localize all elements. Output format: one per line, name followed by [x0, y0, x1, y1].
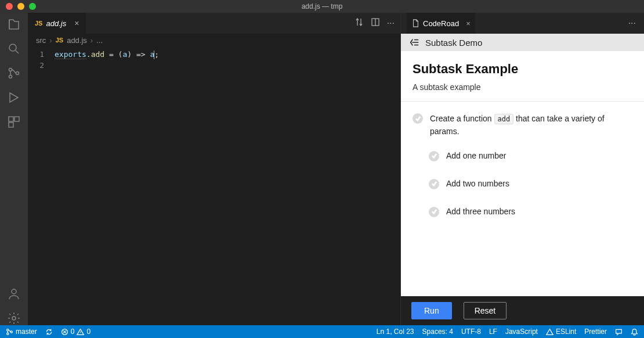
breadcrumb-folder[interactable]: src [36, 36, 46, 45]
subtask-item: Add three numbers [429, 206, 632, 217]
inline-code: add [494, 114, 514, 124]
settings-gear-icon[interactable] [7, 311, 21, 325]
subtask-label: Add three numbers [446, 207, 515, 216]
line-number-gutter: 1 2 [28, 49, 55, 325]
subtask-status-icon [429, 207, 439, 217]
svg-point-8 [12, 317, 16, 320]
code-line[interactable] [55, 60, 400, 71]
list-back-icon[interactable] [409, 37, 419, 48]
svg-point-1 [9, 69, 12, 71]
subtask-status-icon [429, 179, 439, 189]
panel-tab-title: CodeRoad [423, 19, 459, 28]
svg-point-10 [7, 329, 9, 330]
svg-point-0 [9, 44, 16, 51]
lesson-description: A subtask example [413, 82, 632, 92]
line-number: 1 [28, 49, 44, 60]
titlebar: add.js — tmp [0, 0, 644, 13]
status-bar: master 0 0 Ln 1, Col 23 Spaces: 4 UTF-8 … [0, 325, 644, 338]
split-editor-icon[interactable] [371, 17, 380, 29]
breadcrumbs[interactable]: src › JS add.js › ... [28, 34, 400, 46]
chevron-right-icon: › [91, 36, 93, 45]
svg-point-12 [10, 330, 12, 332]
editor-more-icon[interactable]: ··· [387, 18, 395, 28]
coderoad-header: Subtask Demo [401, 34, 644, 51]
js-file-icon: JS [56, 37, 63, 44]
indentation-status[interactable]: Spaces: 4 [422, 328, 453, 336]
tab-add-js[interactable]: JS add.js × [28, 13, 86, 34]
eol-status[interactable]: LF [489, 328, 497, 336]
svg-point-2 [9, 75, 12, 78]
code-editor[interactable]: 1 2 exports.add = (a) => a; [28, 46, 400, 325]
panel-tabs: CodeRoad × ··· [401, 13, 644, 34]
sync-icon[interactable] [45, 328, 53, 336]
svg-rect-4 [9, 117, 13, 121]
explorer-icon[interactable] [7, 17, 21, 31]
task-status-icon [413, 113, 423, 124]
breadcrumb-symbol[interactable]: ... [96, 36, 103, 45]
subtask-status-icon [429, 151, 439, 161]
task-item: Create a function add that can take a va… [413, 112, 632, 138]
activity-bar [0, 13, 28, 325]
breadcrumb-file[interactable]: add.js [67, 36, 87, 45]
coderoad-footer: Run Reset [401, 296, 644, 325]
tab-close-icon[interactable]: × [74, 19, 79, 28]
feedback-icon[interactable] [615, 328, 623, 336]
extensions-icon[interactable] [7, 115, 21, 129]
tab-coderoad[interactable]: CodeRoad × [407, 13, 475, 34]
encoding-status[interactable]: UTF-8 [461, 328, 481, 336]
chevron-right-icon: › [49, 36, 52, 45]
run-debug-icon[interactable] [7, 91, 21, 105]
search-icon[interactable] [7, 42, 21, 56]
coderoad-panel: CodeRoad × ··· Subtask Demo Subtask Exam… [400, 13, 644, 325]
problems-status[interactable]: 0 0 [61, 328, 91, 336]
svg-point-7 [12, 289, 16, 294]
svg-point-11 [7, 333, 9, 335]
editor-group: JS add.js × ··· src › JS add.js › ... [28, 13, 400, 325]
js-file-icon: JS [35, 20, 42, 27]
editor-tabs: JS add.js × ··· [28, 13, 400, 34]
window-title: add.js — tmp [0, 2, 644, 10]
reset-button[interactable]: Reset [464, 302, 507, 319]
svg-point-3 [16, 72, 19, 75]
source-control-icon[interactable] [7, 66, 21, 80]
compare-changes-icon[interactable] [354, 17, 364, 29]
notifications-icon[interactable] [631, 328, 638, 336]
document-icon [411, 19, 419, 27]
coderoad-header-title: Subtask Demo [425, 38, 482, 48]
svg-rect-6 [9, 123, 13, 127]
svg-rect-5 [15, 117, 19, 121]
account-icon[interactable] [7, 287, 21, 301]
code-line[interactable]: exports.add = (a) => a; [55, 49, 400, 60]
eslint-status[interactable]: ESLint [546, 328, 576, 336]
subtask-label: Add one number [446, 151, 506, 160]
subtask-item: Add one number [429, 150, 632, 161]
run-button[interactable]: Run [411, 302, 452, 319]
git-branch-status[interactable]: master [6, 328, 37, 336]
tab-filename: add.js [46, 19, 66, 28]
subtask-item: Add two numbers [429, 178, 632, 189]
panel-more-icon[interactable]: ··· [626, 18, 638, 28]
subtask-label: Add two numbers [446, 179, 509, 188]
panel-tab-close-icon[interactable]: × [466, 19, 471, 28]
prettier-status[interactable]: Prettier [584, 328, 607, 336]
line-number: 2 [28, 60, 44, 71]
cursor-position[interactable]: Ln 1, Col 23 [377, 328, 414, 336]
lesson-title: Subtask Example [413, 62, 632, 77]
language-status[interactable]: JavaScript [505, 328, 538, 336]
